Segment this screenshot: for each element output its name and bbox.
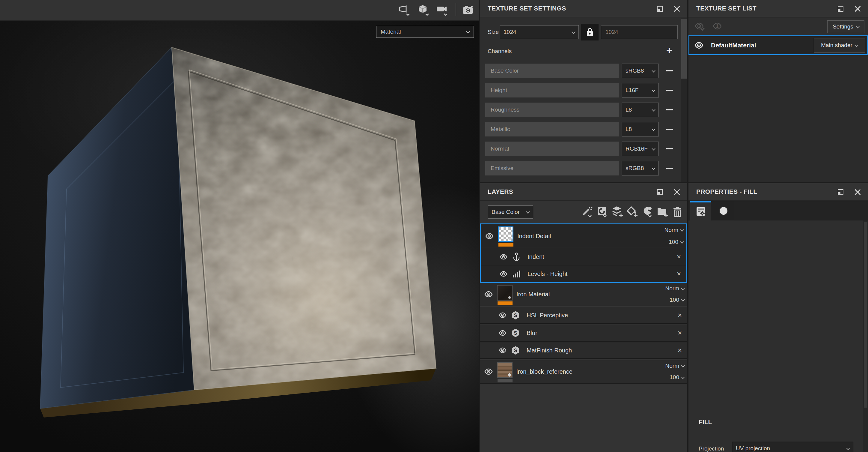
- texture-set-settings-button[interactable]: Settings: [827, 20, 864, 33]
- undock-panel-icon[interactable]: [838, 189, 843, 195]
- svg-text:S: S: [514, 313, 517, 318]
- layer-row[interactable]: Indent Detail Norm 100: [481, 224, 686, 248]
- undock-panel-icon[interactable]: [838, 6, 843, 12]
- visibility-eye-icon[interactable]: [499, 271, 508, 277]
- channel-name-field[interactable]: Height: [485, 83, 619, 97]
- layer-effect-row[interactable]: S Blur ×: [480, 324, 687, 342]
- add-layer-icon[interactable]: [612, 206, 623, 218]
- perspective-view-icon[interactable]: [397, 4, 410, 17]
- channel-name-field[interactable]: Metallic: [485, 122, 619, 137]
- layer-effect-row[interactable]: S MatFinish Rough ×: [480, 342, 687, 359]
- close-panel-icon[interactable]: [674, 5, 680, 12]
- opacity-select[interactable]: 100: [670, 296, 684, 303]
- layer-effect-row[interactable]: Levels - Height ×: [481, 265, 686, 282]
- close-panel-icon[interactable]: [854, 5, 861, 12]
- size-lock-button[interactable]: [581, 24, 598, 40]
- blend-mode-select[interactable]: Norm: [665, 285, 684, 292]
- remove-effect-icon[interactable]: ×: [678, 329, 682, 337]
- remove-effect-icon[interactable]: ×: [678, 346, 682, 355]
- effect-name[interactable]: Levels - Height: [528, 270, 567, 277]
- effect-name[interactable]: Blur: [527, 329, 537, 336]
- blend-mode-select[interactable]: Norm: [665, 363, 684, 369]
- layer-row[interactable]: Iron Material Norm 100: [480, 283, 687, 306]
- tab-parameters[interactable]: [690, 201, 711, 221]
- add-effect-icon[interactable]: [582, 206, 593, 218]
- remove-channel-icon[interactable]: [666, 109, 673, 110]
- size-height-input[interactable]: 1024: [601, 25, 678, 39]
- camera-view-icon[interactable]: [435, 4, 448, 17]
- close-panel-icon[interactable]: [854, 189, 861, 195]
- projection-label: Projection: [699, 445, 724, 452]
- size-select[interactable]: 1024: [500, 25, 579, 39]
- visibility-eye-icon[interactable]: [484, 368, 493, 375]
- opacity-select[interactable]: 100: [670, 374, 684, 380]
- add-group-icon[interactable]: [657, 206, 668, 218]
- metal-cube-render: [0, 21, 479, 452]
- layer-name[interactable]: Indent Detail: [517, 233, 551, 239]
- scrollbar-thumb[interactable]: [864, 222, 867, 407]
- scrollbar[interactable]: [863, 221, 868, 452]
- layer-effect-row[interactable]: Indent ×: [481, 248, 686, 265]
- undock-panel-icon[interactable]: [657, 6, 663, 12]
- channel-name-field[interactable]: Base Color: [485, 64, 619, 78]
- layer-row[interactable]: iron_block_reference Norm 100: [480, 360, 687, 384]
- layer-thumbnail[interactable]: [497, 285, 513, 301]
- scrollbar-thumb[interactable]: [681, 19, 687, 79]
- solo-mesh-cube-icon[interactable]: [416, 4, 430, 17]
- visibility-eye-icon[interactable]: [499, 254, 508, 260]
- shader-select[interactable]: Main shader: [814, 38, 865, 53]
- add-smart-material-icon[interactable]: [597, 206, 608, 218]
- chevron-down-icon: [652, 166, 655, 170]
- viewport-display-mode-select[interactable]: Material: [376, 26, 474, 38]
- channel-name-field[interactable]: Emissive: [485, 161, 619, 175]
- channel-format-select[interactable]: sRGB8: [622, 161, 659, 175]
- delete-layer-icon[interactable]: [672, 206, 683, 218]
- channel-name-field[interactable]: Roughness: [485, 103, 619, 117]
- channel-name-field[interactable]: Normal: [485, 142, 619, 156]
- snapshot-camera-icon[interactable]: [462, 4, 475, 17]
- remove-effect-icon[interactable]: ×: [677, 253, 681, 261]
- channel-format-select[interactable]: L8: [622, 122, 659, 137]
- solo-eye-icon[interactable]: 1: [711, 22, 723, 31]
- add-channel-icon[interactable]: +: [666, 45, 672, 55]
- add-mask-icon[interactable]: [642, 206, 653, 218]
- substance-painter-window: Material TEXTURE SET SETTINGS Size 1024: [0, 0, 868, 452]
- visibility-eye-icon[interactable]: [498, 312, 507, 318]
- texture-set-row-selected[interactable]: DefaultMaterial Main shader: [688, 35, 868, 55]
- channel-format-select[interactable]: L8: [622, 103, 659, 117]
- tab-material-preview[interactable]: [712, 201, 734, 221]
- show-all-eye-check-icon[interactable]: [694, 22, 706, 31]
- remove-channel-icon[interactable]: [666, 90, 673, 91]
- layer-thumbnail[interactable]: [497, 362, 513, 378]
- visibility-eye-icon[interactable]: [498, 347, 507, 353]
- visibility-eye-icon[interactable]: [498, 330, 507, 336]
- layer-name[interactable]: iron_block_reference: [517, 368, 572, 375]
- remove-channel-icon[interactable]: [666, 148, 673, 149]
- viewport-3d-canvas[interactable]: Material: [0, 21, 479, 452]
- layers-channel-filter-select[interactable]: Base Color: [488, 205, 533, 219]
- close-panel-icon[interactable]: [674, 189, 680, 195]
- visibility-eye-icon[interactable]: [484, 291, 493, 298]
- visibility-eye-icon[interactable]: [694, 42, 704, 49]
- blend-mode-select[interactable]: Norm: [664, 227, 683, 233]
- effect-name[interactable]: Indent: [528, 253, 544, 260]
- remove-effect-icon[interactable]: ×: [678, 311, 682, 319]
- scrollbar[interactable]: [681, 18, 687, 182]
- channel-format-select[interactable]: L16F: [622, 83, 659, 97]
- remove-channel-icon[interactable]: [666, 168, 673, 169]
- layer-effect-row[interactable]: S HSL Perceptive ×: [480, 307, 687, 324]
- channel-format-select[interactable]: sRGB8: [622, 64, 659, 78]
- remove-effect-icon[interactable]: ×: [677, 270, 681, 278]
- remove-channel-icon[interactable]: [666, 129, 673, 130]
- layer-thumbnail[interactable]: [498, 226, 514, 242]
- effect-name[interactable]: HSL Perceptive: [527, 312, 568, 318]
- channel-format-select[interactable]: RGB16F: [622, 142, 659, 156]
- remove-channel-icon[interactable]: [666, 70, 673, 72]
- add-fill-layer-icon[interactable]: [627, 206, 638, 218]
- effect-name[interactable]: MatFinish Rough: [527, 347, 572, 354]
- layer-name[interactable]: Iron Material: [517, 291, 550, 298]
- opacity-select[interactable]: 100: [669, 239, 683, 245]
- visibility-eye-icon[interactable]: [485, 233, 494, 239]
- projection-select[interactable]: UV projection: [732, 442, 853, 452]
- undock-panel-icon[interactable]: [657, 189, 663, 195]
